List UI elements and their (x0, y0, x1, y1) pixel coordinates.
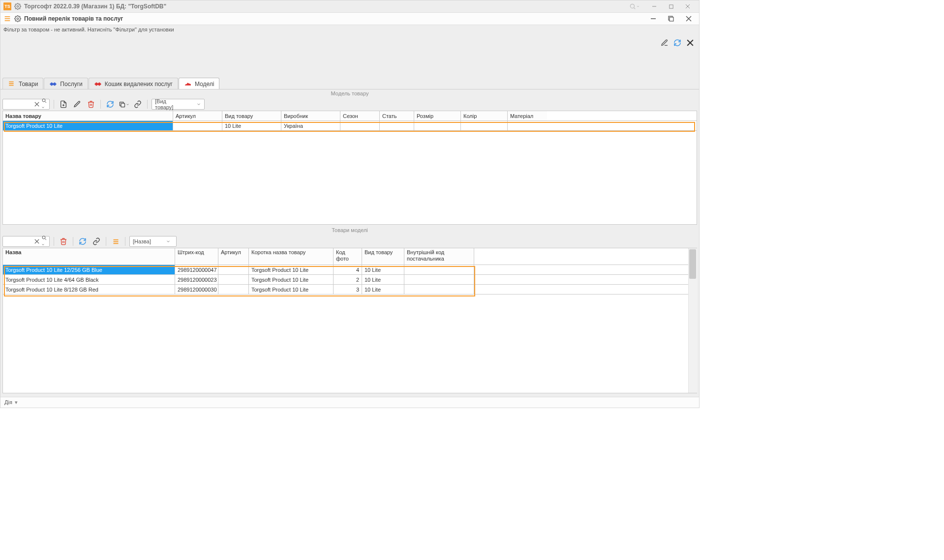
subheader-controls (646, 12, 696, 25)
col-barcode[interactable]: Штрих-код (175, 248, 218, 265)
col-material[interactable]: Матеріал (508, 111, 547, 120)
col-gender[interactable]: Стать (380, 111, 414, 120)
tab-services[interactable]: Послуги (44, 78, 88, 89)
edit-button[interactable] (72, 99, 83, 110)
grid-row[interactable]: Torgsoft Product 10 Lite 12/256 GB Blue … (3, 265, 697, 275)
add-button[interactable] (58, 99, 69, 110)
refresh-button[interactable] (77, 236, 88, 247)
svg-rect-12 (670, 17, 673, 21)
search-dropdown-icon[interactable] (41, 98, 47, 111)
cell-photo: 2 (334, 275, 362, 284)
refresh-button[interactable] (105, 99, 116, 110)
close-icon[interactable] (685, 38, 695, 48)
list-button[interactable] (110, 236, 121, 247)
delete-button[interactable] (86, 99, 96, 110)
grid-row[interactable]: Torgsoft Product 10 Lite 10 Lite Україна (3, 121, 697, 131)
tab-trash-services[interactable]: Кошик видалених послуг (89, 78, 178, 89)
name-select[interactable]: [Назва] (129, 236, 177, 247)
scrollbar-thumb[interactable] (689, 249, 696, 279)
cell-article (218, 275, 249, 284)
col-type[interactable]: Вид товару (362, 248, 404, 265)
col-season[interactable]: Сезон (340, 111, 380, 120)
panel-minimize-button[interactable] (646, 12, 661, 25)
search-icon[interactable] (626, 0, 643, 12)
search-field[interactable] (9, 100, 32, 109)
gear-icon[interactable] (14, 15, 21, 22)
models-grid[interactable]: Назва товару Артикул Вид товару Виробник… (2, 111, 697, 225)
action-label: Дія (4, 399, 12, 405)
toolbar-models: [Вид товару] (2, 97, 205, 111)
shoe-icon (184, 80, 192, 88)
cell-name: Torgsoft Product 10 Lite 12/256 GB Blue (3, 265, 175, 274)
search-field[interactable] (9, 237, 32, 246)
col-photo[interactable]: Код фото (334, 248, 362, 265)
cell-photo: 3 (334, 285, 362, 294)
search-input[interactable] (2, 99, 50, 110)
clear-icon[interactable] (34, 239, 39, 244)
cell-material (508, 121, 547, 130)
search-dropdown-icon[interactable] (41, 235, 47, 248)
col-color[interactable]: Колір (461, 111, 508, 120)
svg-point-9 (17, 18, 19, 20)
cell-color (461, 121, 508, 130)
panel-close-button[interactable] (681, 12, 696, 25)
cell-gender (380, 121, 414, 130)
app-window: TS Торгсофт 2022.0.39 (Магазин 1) БД: "T… (0, 0, 700, 408)
toolbar-products: [Назва] (2, 235, 177, 248)
select-label: [Назва] (133, 238, 151, 244)
svg-point-0 (17, 5, 19, 7)
cell-article (218, 265, 249, 274)
cell-supplier (404, 265, 474, 274)
col-article[interactable]: Артикул (218, 248, 249, 265)
col-short[interactable]: Коротка назва товару (249, 248, 334, 265)
cell-article (173, 121, 222, 130)
separator (73, 237, 73, 246)
cell-short: Torgsoft Product 10 Lite (249, 275, 334, 284)
search-input[interactable] (2, 236, 50, 247)
tab-models[interactable]: Моделі (179, 78, 220, 89)
link-button[interactable] (91, 236, 102, 247)
edit-icon[interactable] (660, 38, 670, 48)
delete-button[interactable] (58, 236, 69, 247)
products-grid[interactable]: Назва Штрих-код Артикул Коротка назва то… (2, 248, 697, 393)
clear-icon[interactable] (34, 102, 39, 107)
svg-point-28 (42, 236, 45, 239)
subheader: Повний перелік товарів та послуг (0, 12, 699, 25)
close-button[interactable] (679, 0, 696, 12)
link-button[interactable] (132, 99, 143, 110)
tab-bar: Товари Послуги Кошик видалених послуг Мо… (2, 78, 219, 89)
col-article[interactable]: Артикул (173, 111, 222, 120)
minimize-button[interactable] (646, 0, 663, 12)
grid-header: Назва товару Артикул Вид товару Виробник… (3, 111, 697, 121)
cell-barcode: 2989120000023 (175, 275, 218, 284)
col-supplier[interactable]: Внутрішній код постачальника (404, 248, 474, 265)
copy-button[interactable] (119, 99, 129, 110)
grid-row[interactable]: Torgsoft Product 10 Lite 4/64 GB Black 2… (3, 275, 697, 285)
tab-goods[interactable]: Товари (2, 78, 43, 89)
svg-point-1 (630, 4, 634, 8)
col-type[interactable]: Вид товару (222, 111, 281, 120)
cell-type: 10 Lite (362, 285, 404, 294)
handshake-icon (94, 80, 102, 88)
col-name[interactable]: Назва товару (3, 111, 173, 120)
cell-manufacturer: Україна (281, 121, 340, 130)
action-menu[interactable]: Дія ▾ (4, 399, 18, 406)
maximize-button[interactable] (663, 0, 679, 12)
type-select[interactable]: [Вид товару] (152, 99, 205, 110)
handshake-icon (49, 80, 57, 88)
col-manufacturer[interactable]: Виробник (281, 111, 340, 120)
grid-header: Назва Штрих-код Артикул Коротка назва то… (3, 248, 697, 265)
tab-label: Моделі (195, 81, 214, 88)
separator (125, 237, 125, 246)
svg-rect-3 (669, 4, 672, 8)
cell-type: 10 Lite (362, 265, 404, 274)
col-name[interactable]: Назва (3, 248, 175, 265)
panel-maximize-button[interactable] (664, 12, 678, 25)
scrollbar[interactable] (688, 248, 697, 393)
refresh-icon[interactable] (672, 38, 682, 48)
gear-icon[interactable] (14, 3, 21, 10)
grid-row[interactable]: Torgsoft Product 10 Lite 8/128 GB Red 29… (3, 285, 697, 295)
title-text: Торгсофт 2022.0.39 (Магазин 1) БД: "Torg… (24, 0, 166, 12)
cell-name: Torgsoft Product 10 Lite 8/128 GB Red (3, 285, 175, 294)
col-size[interactable]: Розмір (414, 111, 461, 120)
